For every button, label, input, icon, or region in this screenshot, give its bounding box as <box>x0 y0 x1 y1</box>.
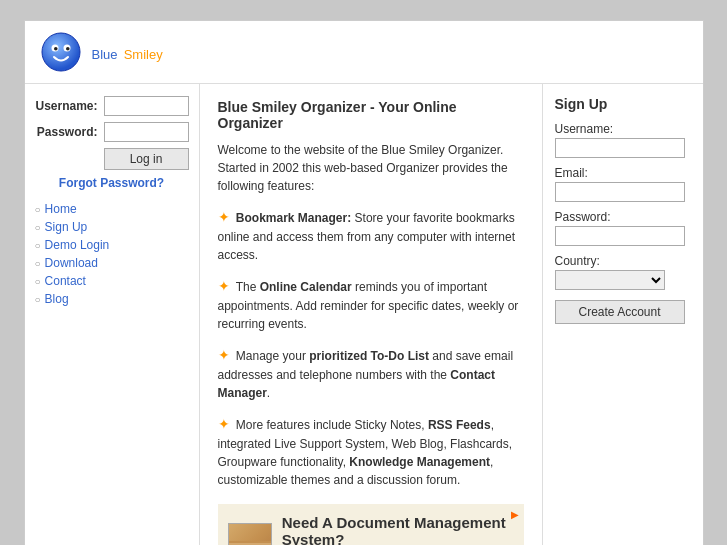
feature-4-km: Knowledge Management <box>349 455 490 469</box>
nav-item-contact[interactable]: ○ Contact <box>35 274 189 288</box>
star-icon-1: ✦ <box>218 209 230 225</box>
forgot-password-link[interactable]: Forgot Password? <box>35 176 189 190</box>
feature-2: ✦ The Online Calendar reminds you of imp… <box>218 276 524 333</box>
feature-3: ✦ Manage your prioritized To-Do List and… <box>218 345 524 402</box>
username-input[interactable] <box>104 96 189 116</box>
username-row: Username: <box>35 96 189 116</box>
login-button[interactable]: Log in <box>104 148 189 170</box>
nav-bullet: ○ <box>35 276 41 287</box>
password-input[interactable] <box>104 122 189 142</box>
signup-country-select[interactable] <box>555 270 665 290</box>
feature-4-rss: RSS Feeds <box>428 418 491 432</box>
ad-content: Need A Document Management System? Conti… <box>282 514 514 545</box>
feature-2-title: Online Calendar <box>260 280 352 294</box>
ad-title: Need A Document Management System? <box>282 514 514 545</box>
nav-bullet: ○ <box>35 258 41 269</box>
login-btn-row: Log in <box>35 148 189 170</box>
nav-list: ○ Home ○ Sign Up ○ Demo Login ○ Download… <box>35 202 189 306</box>
nav-link-signup[interactable]: Sign Up <box>45 220 88 234</box>
nav-item-demo[interactable]: ○ Demo Login <box>35 238 189 252</box>
header: Blue Smiley <box>25 21 703 84</box>
nav-item-home[interactable]: ○ Home <box>35 202 189 216</box>
logo-smiley-text: Smiley <box>124 47 163 62</box>
create-account-button[interactable]: Create Account <box>555 300 685 324</box>
signup-country-label: Country: <box>555 254 691 268</box>
nav-link-download[interactable]: Download <box>45 256 98 270</box>
svg-point-3 <box>54 47 58 51</box>
feature-4: ✦ More features include Sticky Notes, RS… <box>218 414 524 489</box>
nav-item-signup[interactable]: ○ Sign Up <box>35 220 189 234</box>
feature-1: ✦ Bookmark Manager: Store your favorite … <box>218 207 524 264</box>
star-icon-3: ✦ <box>218 347 230 363</box>
signup-title: Sign Up <box>555 96 691 112</box>
logo-blue-text: Blue <box>92 47 118 62</box>
nav-link-home[interactable]: Home <box>45 202 77 216</box>
signup-email-label: Email: <box>555 166 691 180</box>
signup-panel: Sign Up Username: Email: Password: Count… <box>543 84 703 545</box>
password-label: Password: <box>35 125 104 139</box>
signup-password-input[interactable] <box>555 226 685 246</box>
nav-link-blog[interactable]: Blog <box>45 292 69 306</box>
nav-item-download[interactable]: ○ Download <box>35 256 189 270</box>
ad-arrow-icon: ▶ <box>511 509 519 520</box>
content-title: Blue Smiley Organizer - Your Online Orga… <box>218 99 524 131</box>
ad-section: ▶ Need A Document Management System? Con… <box>218 504 524 545</box>
feature-3-pre: Manage your <box>236 349 309 363</box>
signup-username-label: Username: <box>555 122 691 136</box>
content-area: Blue Smiley Organizer - Your Online Orga… <box>200 84 543 545</box>
nav-link-demo[interactable]: Demo Login <box>45 238 110 252</box>
logo-icon <box>40 31 82 73</box>
main-layout: Username: Password: Log in Forgot Passwo… <box>25 84 703 545</box>
sidebar: Username: Password: Log in Forgot Passwo… <box>25 84 200 545</box>
star-icon-4: ✦ <box>218 416 230 432</box>
username-label: Username: <box>35 99 104 113</box>
feature-3-end: . <box>267 386 270 400</box>
country-row <box>555 270 691 290</box>
feature-2-pre: The <box>236 280 260 294</box>
star-icon-2: ✦ <box>218 278 230 294</box>
password-row: Password: <box>35 122 189 142</box>
nav-bullet: ○ <box>35 222 41 233</box>
nav-bullet: ○ <box>35 294 41 305</box>
signup-password-label: Password: <box>555 210 691 224</box>
ad-image <box>228 523 272 545</box>
nav-bullet: ○ <box>35 204 41 215</box>
feature-1-title: Bookmark Manager: <box>236 211 351 225</box>
signup-email-input[interactable] <box>555 182 685 202</box>
nav-link-contact[interactable]: Contact <box>45 274 86 288</box>
svg-point-4 <box>66 47 70 51</box>
signup-username-input[interactable] <box>555 138 685 158</box>
login-form: Username: Password: Log in Forgot Passwo… <box>35 96 189 190</box>
feature-3-title: prioritized To-Do List <box>309 349 429 363</box>
content-intro: Welcome to the website of the Blue Smile… <box>218 141 524 195</box>
nav-bullet: ○ <box>35 240 41 251</box>
svg-point-0 <box>42 33 80 71</box>
feature-4-pre: More features include Sticky Notes, <box>236 418 428 432</box>
logo-text: Blue Smiley <box>92 39 163 65</box>
nav-item-blog[interactable]: ○ Blog <box>35 292 189 306</box>
